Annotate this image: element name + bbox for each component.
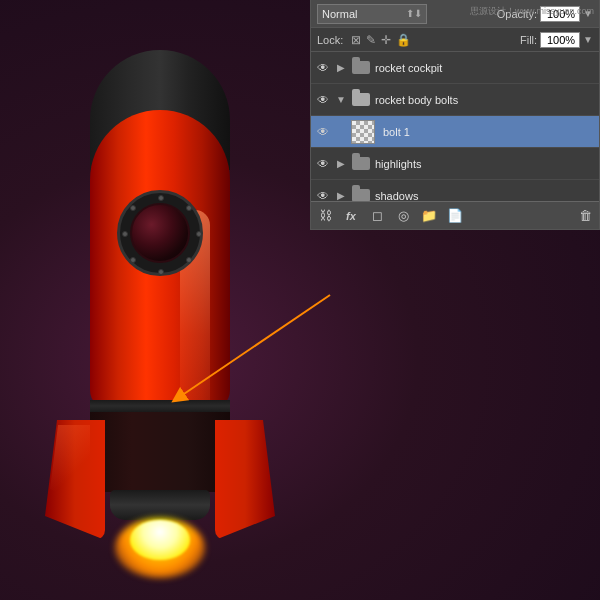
expand-icon[interactable]: ▶ (335, 158, 347, 170)
blend-mode-value: Normal (322, 8, 357, 20)
layer-name: highlights (375, 158, 595, 170)
blend-mode-arrows: ⬆⬇ (406, 8, 422, 19)
lock-all-icon[interactable]: 🔒 (396, 33, 411, 47)
folder-icon (351, 92, 371, 108)
blend-mode-select[interactable]: Normal ⬆⬇ (317, 4, 427, 24)
link-icon[interactable]: ⛓ (315, 206, 335, 226)
panel-toolbar: ⛓ fx ◻ ◎ 📁 📄 🗑 (311, 201, 599, 229)
fill-label: Fill: (520, 34, 537, 46)
folder-icon (351, 156, 371, 172)
lock-pixels-icon[interactable]: ⊠ (351, 33, 361, 47)
folder-shape (352, 157, 370, 170)
fill-area: Fill: 100% ▼ (520, 32, 593, 48)
layer-row[interactable]: 👁 ▶ highlights (311, 148, 599, 180)
visibility-icon[interactable]: 👁 (315, 92, 331, 108)
trash-icon[interactable]: 🗑 (575, 206, 595, 226)
visibility-icon[interactable]: 👁 (315, 124, 331, 140)
expand-spacer (335, 126, 347, 138)
layer-name: bolt 1 (379, 126, 595, 138)
panel-topbar: Normal ⬆⬇ 思源设计！www.missyuan.com Opacity:… (311, 0, 599, 28)
layer-row-selected[interactable]: 👁 bolt 1 (311, 116, 599, 148)
lock-row: Lock: ⊠ ✎ ✛ 🔒 Fill: 100% ▼ (311, 28, 599, 52)
layer-name: rocket cockpit (375, 62, 595, 74)
fin-right (215, 420, 275, 540)
engine-nozzle (110, 490, 210, 520)
layer-name: shadows (375, 190, 595, 202)
rocket: BSE (30, 30, 310, 590)
expand-icon[interactable]: ▶ (335, 62, 347, 74)
porthole-bolt (186, 257, 192, 263)
folder-icon (351, 60, 371, 76)
lock-move-icon[interactable]: ✛ (381, 33, 391, 47)
layer-row[interactable]: 👁 ▼ rocket body bolts (311, 84, 599, 116)
thumb-checker-pattern (352, 121, 374, 143)
porthole-outer (117, 190, 203, 276)
porthole-bolt (122, 231, 128, 237)
expand-icon[interactable]: ▼ (335, 94, 347, 106)
flame-inner (130, 520, 190, 560)
adjustment-icon[interactable]: ◎ (393, 206, 413, 226)
visibility-icon[interactable]: 👁 (315, 156, 331, 172)
new-layer-icon[interactable]: 📄 (445, 206, 465, 226)
visibility-icon[interactable]: 👁 (315, 60, 331, 76)
folder-open-shape (352, 93, 370, 106)
porthole-bolt (130, 257, 136, 263)
fill-input[interactable]: 100% (540, 32, 580, 48)
porthole-bolt (158, 269, 164, 275)
layer-thumbnail (351, 120, 375, 144)
porthole-bolt (186, 205, 192, 211)
fill-arrow: ▼ (583, 34, 593, 45)
expand-icon[interactable]: ▶ (335, 190, 347, 202)
fx-icon[interactable]: fx (341, 206, 361, 226)
rocket-lower: BSE (90, 412, 230, 492)
porthole-bolt (158, 195, 164, 201)
porthole-bolt (196, 231, 202, 237)
mask-icon[interactable]: ◻ (367, 206, 387, 226)
porthole-glass (130, 203, 190, 263)
lock-position-icon[interactable]: ✎ (366, 33, 376, 47)
porthole-bolt (130, 205, 136, 211)
layer-name: rocket body bolts (375, 94, 595, 106)
layer-row[interactable]: 👁 ▶ rocket cockpit (311, 52, 599, 84)
new-folder-icon[interactable]: 📁 (419, 206, 439, 226)
folder-shape (352, 61, 370, 74)
layers-panel: Normal ⬆⬇ 思源设计！www.missyuan.com Opacity:… (310, 0, 600, 230)
lock-label: Lock: (317, 34, 343, 46)
body-band-top (90, 400, 230, 412)
layers-list: 👁 ▶ rocket cockpit 👁 ▼ rocket body bolts… (311, 52, 599, 212)
watermark: 思源设计！www.missyuan.com (470, 5, 594, 18)
